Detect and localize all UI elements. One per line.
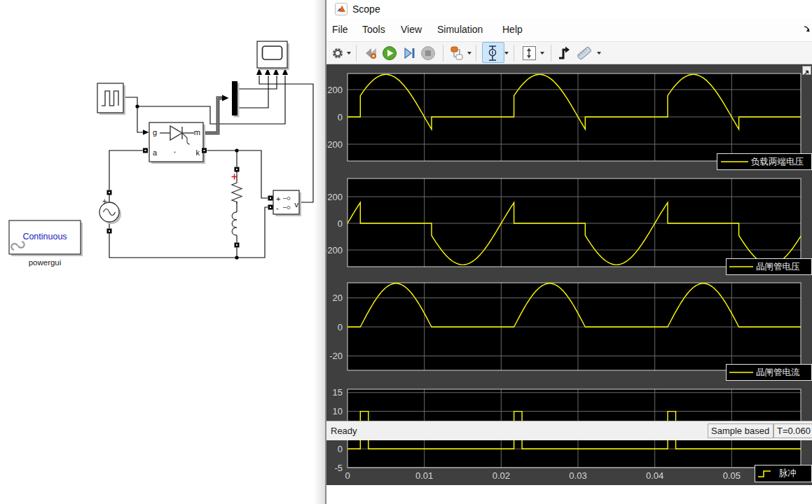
svg-text:-20: -20 bbox=[329, 351, 343, 361]
svg-text:0.05: 0.05 bbox=[723, 470, 741, 481]
gate-input-arrow-icon bbox=[143, 130, 149, 135]
svg-text:0.02: 0.02 bbox=[493, 470, 510, 481]
menu-view[interactable]: View bbox=[398, 18, 425, 41]
powergui-block[interactable]: Continuous powergui bbox=[9, 220, 83, 267]
matlab-scope-icon bbox=[335, 3, 347, 15]
step-forward-button[interactable] bbox=[401, 44, 417, 62]
port-label-m: m bbox=[194, 128, 200, 136]
powergui-label: powergui bbox=[29, 258, 62, 267]
corner-arrow-icon bbox=[803, 69, 811, 76]
demux-block[interactable] bbox=[232, 81, 240, 118]
svg-text:-5: -5 bbox=[334, 463, 343, 473]
svg-text:20: 20 bbox=[333, 293, 343, 303]
svg-text:-200: -200 bbox=[326, 245, 343, 255]
cursor-measurements-caret-icon[interactable] bbox=[504, 52, 509, 55]
settings-caret-icon[interactable] bbox=[347, 52, 351, 55]
legend-line-icon bbox=[717, 156, 751, 167]
status-bar: Ready Sample based T=0.060 bbox=[326, 421, 812, 440]
status-time-cell: T=0.060 bbox=[773, 424, 812, 438]
svg-text:-200: -200 bbox=[326, 139, 343, 150]
span-zoom-caret-icon[interactable] bbox=[540, 52, 544, 55]
voltage-measurement-block[interactable]: + - v bbox=[273, 190, 301, 216]
settings-gear-button[interactable] bbox=[331, 44, 345, 62]
simulink-model-canvas[interactable]: g m a k + + - v bbox=[0, 0, 326, 504]
step-back-icon bbox=[363, 44, 378, 62]
step-back-button[interactable] bbox=[363, 44, 378, 62]
svg-text:0: 0 bbox=[338, 322, 343, 332]
stop-icon bbox=[420, 44, 436, 62]
svg-text:0: 0 bbox=[338, 218, 343, 229]
span-zoom-button[interactable] bbox=[521, 44, 537, 62]
source-plus-label: + bbox=[102, 197, 106, 205]
svg-text:10: 10 bbox=[333, 406, 343, 416]
thyristor-block[interactable]: g m a k bbox=[149, 122, 205, 164]
status-mode-cell: Sample based bbox=[708, 424, 773, 438]
svg-text:200: 200 bbox=[327, 192, 343, 202]
port-label-a: a bbox=[153, 148, 158, 157]
demux-input-arrow-icon bbox=[222, 95, 229, 102]
menu-tools[interactable]: Tools bbox=[359, 18, 388, 41]
menu-file[interactable]: File bbox=[329, 18, 351, 41]
legend-pulse[interactable]: 脉冲 bbox=[755, 465, 812, 482]
legend-label: 晶闸管电流 bbox=[756, 367, 800, 379]
signal-measurements-button[interactable] bbox=[575, 44, 593, 62]
trigger-icon bbox=[556, 44, 572, 62]
bus-wire[interactable] bbox=[203, 98, 222, 133]
toolbar-separator bbox=[551, 45, 551, 62]
svg-text:0: 0 bbox=[345, 470, 350, 481]
toolbar-separator bbox=[356, 45, 357, 62]
menu-simulation[interactable]: Simulation bbox=[434, 18, 486, 41]
model-diagram: g m a k + + - v bbox=[0, 0, 326, 504]
measurement-plus-icon bbox=[232, 174, 238, 180]
legend-thyristor-voltage[interactable]: 晶闸管电压 bbox=[726, 258, 812, 275]
legend-line-icon bbox=[727, 367, 756, 378]
cursor-measurements-icon bbox=[485, 44, 500, 62]
run-icon bbox=[382, 44, 397, 62]
powergui-mode-text: Continuous bbox=[22, 232, 67, 241]
svg-text:0.03: 0.03 bbox=[569, 470, 586, 481]
signal-measurements-caret-icon[interactable] bbox=[597, 52, 601, 55]
svg-text:15: 15 bbox=[333, 387, 343, 398]
title-bar[interactable]: Scope bbox=[326, 0, 812, 18]
highlight-block-button[interactable] bbox=[802, 66, 811, 75]
stop-button[interactable] bbox=[420, 44, 436, 62]
signal-measurements-icon bbox=[575, 44, 593, 62]
svg-text:0.01: 0.01 bbox=[415, 470, 433, 481]
scope-block[interactable] bbox=[257, 41, 289, 70]
settings-gear-icon bbox=[331, 44, 345, 62]
toolbar-separator bbox=[514, 45, 514, 62]
toolbar bbox=[326, 41, 812, 64]
voltmeter-minus-label: - bbox=[276, 204, 279, 212]
svg-text:0: 0 bbox=[338, 112, 343, 122]
ac-voltage-source-block[interactable]: + bbox=[99, 197, 121, 224]
signal-wires[interactable] bbox=[109, 76, 313, 258]
step-forward-icon bbox=[401, 44, 417, 62]
port-label-k: k bbox=[196, 148, 200, 157]
menu-bar: File Tools View Simulation Help bbox=[326, 18, 812, 41]
inductor-icon bbox=[232, 212, 237, 235]
svg-text:200: 200 bbox=[327, 85, 343, 95]
legend-load-voltage[interactable]: 负载两端电压 bbox=[717, 153, 812, 170]
run-button[interactable] bbox=[382, 44, 397, 62]
span-zoom-icon bbox=[521, 44, 537, 62]
trigger-button[interactable] bbox=[556, 44, 572, 62]
configure-signals-caret-icon[interactable] bbox=[467, 52, 472, 55]
window-title: Scope bbox=[352, 4, 380, 15]
cursor-measurements-button[interactable] bbox=[485, 44, 500, 62]
toolbar-separator bbox=[476, 45, 476, 62]
undock-arrow-icon[interactable] bbox=[803, 25, 811, 34]
status-ready-text: Ready bbox=[331, 426, 357, 436]
legend-line-icon bbox=[727, 261, 756, 272]
legend-thyristor-current[interactable]: 晶闸管电流 bbox=[726, 364, 812, 381]
scope-window: Scope File Tools View Simulation Help bbox=[325, 0, 812, 504]
pulse-generator-block[interactable] bbox=[97, 83, 125, 115]
menu-help[interactable]: Help bbox=[500, 18, 525, 41]
configure-signals-button[interactable] bbox=[448, 44, 465, 62]
voltmeter-v-label: v bbox=[294, 200, 298, 209]
legend-label: 脉冲 bbox=[779, 468, 797, 479]
port-label-g: g bbox=[153, 128, 157, 136]
svg-text:0: 0 bbox=[338, 444, 343, 454]
legend-label: 晶闸管电压 bbox=[756, 261, 800, 273]
voltmeter-plus-label: + bbox=[276, 195, 280, 203]
scope-screen-icon bbox=[263, 46, 282, 59]
